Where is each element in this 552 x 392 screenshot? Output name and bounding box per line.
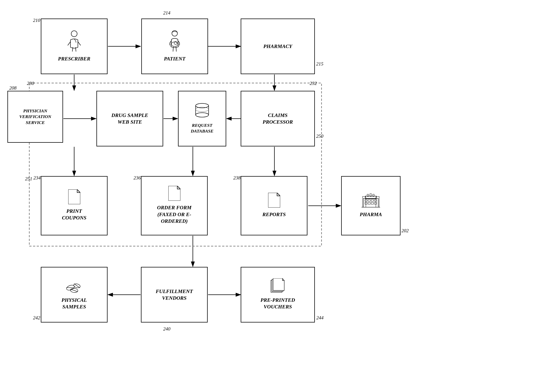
- ref-236: 236: [134, 175, 141, 181]
- svg-line-18: [78, 42, 81, 45]
- ref-234: 234: [33, 175, 41, 181]
- ref-240: 240: [163, 326, 170, 332]
- database-icon: [195, 102, 210, 120]
- drug-sample-box: DRUG SAMPLEWEB SITE: [96, 91, 163, 147]
- fulfillment-vendors-label: FULFILLMENTVENDORS: [155, 287, 194, 302]
- ref-244: 244: [316, 315, 324, 321]
- prescriber-label: PRESCRIBER: [57, 55, 91, 63]
- svg-marker-64: [282, 278, 284, 281]
- print-coupons-box: PRINTCOUPONS: [41, 176, 107, 235]
- diagram-container: PRESCRIBER 210: [0, 0, 552, 392]
- order-form-icon: [168, 186, 180, 202]
- physical-samples-box: PHYSICALSAMPLES: [41, 267, 107, 322]
- svg-rect-46: [368, 202, 370, 204]
- doctor-svg: [66, 30, 83, 52]
- svg-line-58: [71, 289, 78, 292]
- svg-rect-43: [371, 199, 374, 201]
- ref-210: 210: [33, 18, 40, 23]
- patient-box: PATIENT: [141, 19, 208, 74]
- svg-line-54: [66, 285, 74, 290]
- svg-point-16: [71, 31, 77, 37]
- ref-202: 202: [401, 228, 409, 233]
- ref-251: 251: [25, 176, 32, 182]
- print-coupons-label: PRINTCOUPONS: [61, 207, 87, 222]
- drug-sample-label: DRUG SAMPLEWEB SITE: [111, 111, 149, 126]
- svg-rect-41: [365, 199, 367, 201]
- request-database-label: REQUESTDATABASE: [190, 122, 214, 135]
- physician-verification-box: PHYSICIANVERIFICATIONSERVICE: [7, 91, 63, 143]
- svg-marker-32: [77, 189, 80, 193]
- request-database-box: REQUESTDATABASE: [178, 91, 226, 147]
- ref-242: 242: [33, 315, 40, 321]
- pharma-label: PHARMA: [359, 210, 383, 219]
- ref-208: 208: [9, 85, 16, 91]
- pharma-icon: [361, 193, 380, 208]
- reports-icon: [268, 193, 280, 208]
- svg-rect-37: [363, 198, 378, 207]
- ref-232: 232: [310, 81, 317, 86]
- reports-box: REPORTS: [241, 176, 307, 235]
- svg-rect-42: [368, 199, 370, 201]
- print-coupons-icon: [68, 189, 80, 205]
- ref-230: 230: [27, 81, 34, 86]
- pre-printed-box: PRE-PRINTEDVOUCHERS: [241, 267, 315, 322]
- prescriber-box: PRESCRIBER: [41, 19, 107, 74]
- pharmacy-box: PHARMACY: [241, 19, 315, 74]
- svg-line-17: [68, 42, 71, 45]
- pre-printed-icon: [269, 278, 286, 294]
- patient-label: PATIENT: [163, 55, 186, 63]
- physical-samples-label: PHYSICALSAMPLES: [61, 296, 88, 311]
- patient-svg: [166, 30, 183, 52]
- svg-rect-44: [374, 199, 377, 201]
- svg-rect-47: [371, 202, 374, 204]
- svg-marker-34: [177, 186, 180, 189]
- ref-215: 215: [316, 61, 323, 67]
- svg-marker-36: [277, 193, 280, 196]
- prescriber-icon: [66, 30, 83, 53]
- pre-printed-label: PRE-PRINTEDVOUCHERS: [260, 296, 296, 311]
- svg-rect-48: [374, 202, 377, 204]
- pharmacy-label: PHARMACY: [262, 42, 293, 51]
- svg-point-26: [196, 103, 209, 108]
- ref-250: 250: [316, 133, 323, 139]
- physical-samples-icon: [65, 278, 84, 294]
- pharma-box: PHARMA: [341, 176, 401, 235]
- svg-point-29: [196, 113, 209, 117]
- order-form-label: ORDER FORM(FAXED OR E-ORDERED): [156, 203, 192, 225]
- ref-238: 238: [233, 175, 241, 181]
- ref-214: 214: [163, 10, 170, 16]
- reports-label: REPORTS: [262, 210, 287, 219]
- patient-icon: [166, 30, 183, 53]
- svg-rect-45: [365, 202, 367, 204]
- physician-verification-label: PHYSICIANVERIFICATIONSERVICE: [18, 107, 52, 126]
- claims-processor-label: CLAIMSPROCESSOR: [262, 111, 294, 126]
- claims-processor-box: CLAIMSPROCESSOR: [241, 91, 315, 147]
- fulfillment-vendors-box: FULFILLMENTVENDORS: [141, 267, 208, 322]
- order-form-box: ORDER FORM(FAXED OR E-ORDERED): [141, 176, 208, 235]
